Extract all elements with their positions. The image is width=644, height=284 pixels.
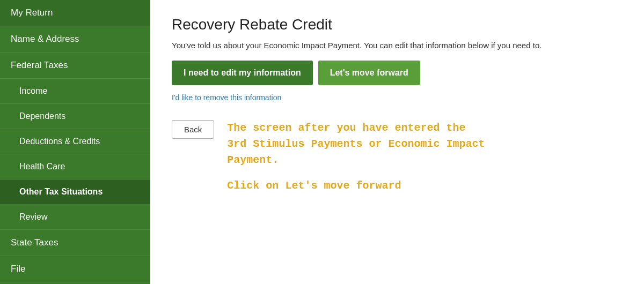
- annotation-line2: 3rd Stimulus Payments or Economic Impact: [227, 138, 485, 150]
- remove-info-link[interactable]: I'd like to remove this information: [172, 93, 281, 102]
- annotation-line1: The screen after you have entered the: [227, 122, 465, 134]
- back-row: Back The screen after you have entered t…: [172, 120, 623, 194]
- annotation-click: Click on Let's move forward: [227, 178, 485, 194]
- action-buttons: I need to edit my information Let's move…: [172, 61, 623, 85]
- sidebar-item-federal-taxes[interactable]: Federal Taxes: [0, 53, 150, 79]
- sidebar-item-dependents[interactable]: Dependents: [0, 104, 150, 129]
- main-content: Recovery Rebate Credit You've told us ab…: [150, 0, 644, 284]
- sidebar-item-other-tax-situations[interactable]: Other Tax Situations: [0, 180, 150, 205]
- move-forward-button[interactable]: Let's move forward: [318, 61, 420, 85]
- page-title: Recovery Rebate Credit: [172, 16, 623, 33]
- sidebar-item-review[interactable]: Review: [0, 205, 150, 230]
- sidebar-item-state-taxes[interactable]: State Taxes: [0, 230, 150, 256]
- annotation-line3: Payment.: [227, 154, 279, 166]
- sidebar-item-health-care[interactable]: Health Care: [0, 154, 150, 180]
- annotation-block: The screen after you have entered the 3r…: [227, 120, 485, 194]
- description-text: You've told us about your Economic Impac…: [172, 41, 623, 50]
- sidebar-item-my-return[interactable]: My Return: [0, 0, 150, 26]
- edit-info-button[interactable]: I need to edit my information: [172, 61, 313, 85]
- back-button[interactable]: Back: [172, 120, 214, 139]
- sidebar-item-file[interactable]: File: [0, 256, 150, 282]
- sidebar-item-income[interactable]: Income: [0, 79, 150, 104]
- sidebar-item-deductions-credits[interactable]: Deductions & Credits: [0, 129, 150, 154]
- sidebar-item-name-address[interactable]: Name & Address: [0, 26, 150, 53]
- sidebar: My Return Name & Address Federal Taxes I…: [0, 0, 150, 284]
